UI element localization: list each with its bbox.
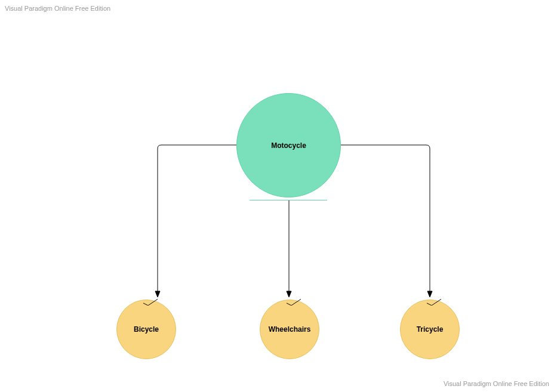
- arrowhead-left: [155, 291, 160, 297]
- node-wheelchairs-label: Wheelchairs: [269, 325, 311, 334]
- node-bicycle[interactable]: Bicycle: [116, 300, 176, 359]
- node-tricycle[interactable]: Tricycle: [400, 300, 460, 359]
- node-bicycle-label: Bicycle: [134, 325, 159, 334]
- connector-left: [158, 145, 236, 292]
- motocycle-underline: [250, 200, 327, 200]
- arrowhead-middle: [287, 291, 291, 297]
- arrowhead-right: [427, 291, 432, 297]
- node-tricycle-label: Tricycle: [417, 325, 444, 334]
- node-motocycle-label: Motocycle: [271, 141, 306, 150]
- diagram-canvas: Motocycle Bicycle Wheelchairs Tricycle: [0, 0, 554, 392]
- connector-right: [341, 145, 430, 292]
- node-wheelchairs[interactable]: Wheelchairs: [260, 300, 319, 359]
- node-motocycle[interactable]: Motocycle: [236, 93, 341, 197]
